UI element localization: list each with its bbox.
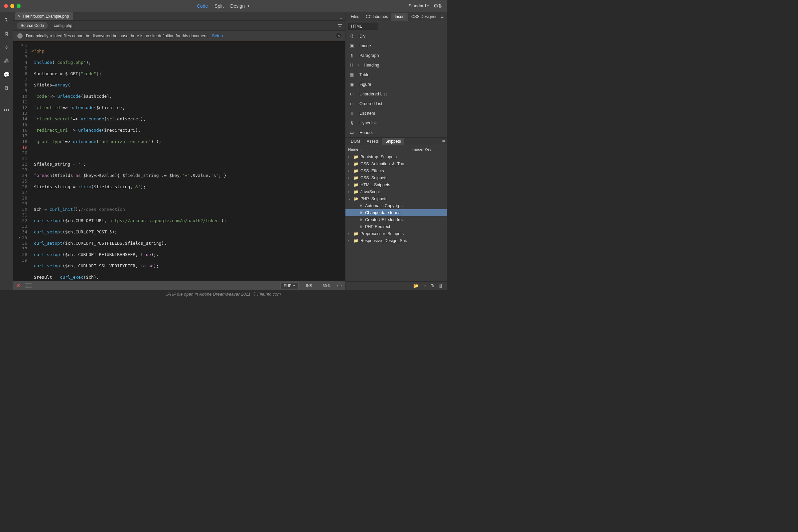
snippet-file[interactable]: 🗎Change date format (345, 209, 447, 216)
folder-open-icon: 📂 (354, 196, 358, 201)
chevron-right-icon[interactable]: › (348, 176, 352, 179)
folder-icon: 📁 (354, 175, 358, 180)
insert-item-label: List Item (359, 111, 375, 116)
chevron-right-icon[interactable]: › (348, 162, 352, 166)
inspect-icon[interactable]: ⧉ (5, 85, 8, 91)
tab-files[interactable]: Files (347, 13, 362, 21)
table-icon: ▦ (349, 73, 355, 77)
code-editor[interactable]: ▼1 2345 6789 10111213 14151617 18192021 … (13, 41, 345, 281)
figure-icon: ▣ (349, 82, 355, 87)
source-tab-active[interactable]: Source Code (17, 22, 48, 29)
insert-item-ordered-list[interactable]: olOrdered List (345, 99, 447, 108)
insert-item-paragraph[interactable]: ¶Paragraph (345, 51, 447, 60)
snippet-open-icon[interactable]: 📂 (413, 283, 419, 288)
chevron-right-icon[interactable]: › (348, 155, 352, 158)
close-info-icon[interactable]: ✕ (336, 33, 341, 38)
info-message: Dynamically-related files cannot be disc… (26, 34, 209, 38)
insert-item-table[interactable]: ▦Table (345, 70, 447, 79)
magic-icon[interactable]: ⁂ (4, 58, 9, 64)
chevron-right-icon[interactable]: › (348, 232, 352, 235)
chevron-down-icon: ⌄ (373, 25, 375, 28)
snippets-col-trigger[interactable]: Trigger Key (408, 147, 447, 151)
comment-icon[interactable]: 💬 (3, 72, 10, 78)
snippet-folder[interactable]: ›📁JavaScript (345, 188, 447, 195)
view-code[interactable]: Code (197, 3, 208, 8)
chevron-right-icon[interactable]: › (348, 239, 352, 242)
snippet-folder[interactable]: ›📁CSS_Snippets (345, 174, 447, 181)
code-content[interactable]: <?php include('config.php'); $authcode =… (30, 41, 345, 281)
updown-arrows-icon[interactable]: ⇅ (4, 31, 8, 37)
snippet-folder[interactable]: ›📁Bootstrap_Snippets (345, 153, 447, 160)
insert-item-label: Ordered List (359, 101, 382, 106)
panel-menu-icon[interactable]: ≡ (441, 14, 445, 19)
snippet-folder[interactable]: ›📁CSS_Effects (345, 167, 447, 174)
snippet-insert-icon[interactable]: ⇥ (423, 283, 426, 288)
snippet-file[interactable]: 🗎Create URL slug fro… (345, 216, 447, 223)
snippet-file[interactable]: 🗎Automatic Copyrig… (345, 202, 447, 209)
workspace-dropdown[interactable]: Standard ▾ (408, 3, 429, 8)
tab-insert[interactable]: Insert (391, 13, 408, 21)
insert-mode[interactable]: INS (303, 283, 315, 289)
chevron-right-icon[interactable]: › (348, 169, 352, 173)
tab-cc-libraries[interactable]: CC Libraries (362, 13, 391, 21)
snippet-new-icon[interactable]: 🗎 (430, 283, 435, 288)
minimize-window-button[interactable] (10, 4, 14, 8)
snippet-folder[interactable]: ›📁HTML_Snippets (345, 181, 447, 188)
insert-item-label: Heading (364, 63, 379, 68)
error-indicator-icon[interactable]: ⊗ (17, 283, 21, 289)
document-tab[interactable]: × FileInfo.com Example.php (15, 12, 73, 20)
language-select[interactable]: PHP ▾ (280, 282, 299, 289)
insert-item-hyperlink[interactable]: §Hyperlink (345, 118, 447, 128)
chevron-down-icon: ▾ (293, 284, 295, 287)
snippet-folder[interactable]: ›📁CSS_Animation_&_Tran… (345, 160, 447, 167)
insert-item-figure[interactable]: ▣Figure (345, 79, 447, 89)
insert-category-select[interactable]: HTML ⌄ (348, 23, 378, 30)
chevron-down-icon[interactable]: ⌄ (348, 197, 352, 201)
tab-dom[interactable]: DOM (347, 138, 363, 145)
tab-snippets[interactable]: Snippets (382, 138, 404, 145)
paragraph-icon: ¶ (349, 53, 355, 58)
hidden-chars-toggle[interactable]: !… (25, 283, 32, 288)
snippets-col-name[interactable]: Name (345, 147, 408, 151)
view-split[interactable]: Split (214, 3, 224, 8)
snippet-file[interactable]: 🗎PHP Redirect (345, 223, 447, 230)
tab-assets[interactable]: Assets (363, 138, 382, 145)
snippet-folder[interactable]: ›📁Responsive_Design_Sni… (345, 237, 447, 244)
insert-item-header[interactable]: ▭Header (345, 128, 447, 137)
preview-icon[interactable]: 🖵 (337, 283, 342, 288)
tabs-overflow-icon[interactable]: » (340, 16, 345, 20)
close-tab-icon[interactable]: × (18, 14, 21, 19)
insert-item-image[interactable]: ▣Image (345, 41, 447, 51)
wand-icon[interactable]: ✧ (4, 44, 8, 51)
file-icon: 🗎 (359, 218, 363, 222)
file-icon[interactable]: 🗎 (4, 17, 9, 23)
div-icon: ⟨⟩ (349, 34, 355, 39)
close-window-button[interactable] (4, 4, 8, 8)
snippet-folder[interactable]: ›📁Preprocessor_Snippets (345, 230, 447, 237)
insert-item-div[interactable]: ⟨⟩Div (345, 31, 447, 41)
setup-link[interactable]: Setup (212, 34, 223, 38)
view-chevron-icon[interactable]: ▼ (247, 4, 250, 8)
insert-item-list-item[interactable]: liList Item (345, 108, 447, 118)
list-item-icon: li (349, 111, 355, 116)
maximize-window-button[interactable] (17, 4, 21, 8)
chevron-down-icon: ▾ (427, 4, 429, 8)
insert-item-unordered-list[interactable]: ulUnordered List (345, 89, 447, 99)
source-tab-related[interactable]: config.php (54, 23, 72, 28)
source-file-tabs: Source Code config.php ▽ (13, 21, 345, 31)
more-tools-icon[interactable]: ••• (4, 107, 9, 113)
snippet-folder[interactable]: ⌄📂PHP_Snippets (345, 195, 447, 202)
chevron-right-icon[interactable]: › (348, 183, 352, 187)
filter-icon[interactable]: ▽ (338, 23, 342, 28)
sync-settings-icon[interactable]: ⚙⇅ (434, 3, 442, 9)
snippet-label: CSS_Animation_&_Tran… (360, 162, 410, 166)
panel-menu-icon[interactable]: ≡ (442, 139, 445, 144)
snippet-label: PHP_Snippets (360, 196, 387, 201)
workspace: × FileInfo.com Example.php » Source Code… (13, 12, 345, 290)
tab-css-designer[interactable]: CSS Designer (408, 13, 440, 21)
chevron-right-icon[interactable]: › (348, 190, 352, 193)
view-design[interactable]: Design (230, 3, 245, 8)
insert-item-heading[interactable]: H▾Heading (345, 60, 447, 70)
snippet-delete-icon[interactable]: 🗑 (439, 283, 443, 288)
left-tool-rail: 🗎 ⇅ ✧ ⁂ 💬 ⧉ ••• (0, 12, 13, 290)
